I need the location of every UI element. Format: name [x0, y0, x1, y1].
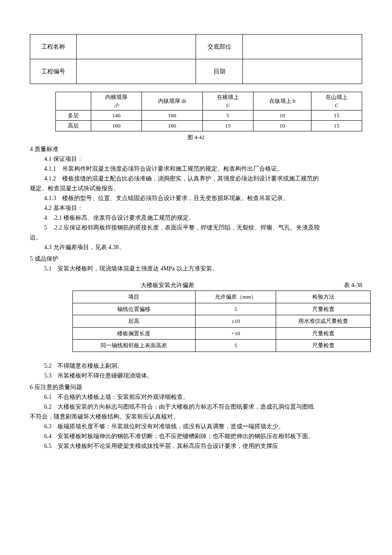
tol-r3-c0: 同一轴线相邻板上表面高差	[73, 340, 196, 352]
sec4-412b: 规定。检查混凝土试块试验报告。	[30, 184, 362, 193]
tol-r2-c1: +10	[195, 327, 276, 340]
sec6-64: 6.4 安装楼板时板端伸出的钢筋不准切断；也不应把键槽剔掉；也不能把伸出的钢筋压…	[30, 432, 362, 441]
table-row: 轴线位置偏移 5 尺量检查	[73, 303, 371, 315]
t1-head-c4-text: 在纵墙上 b	[269, 98, 296, 104]
sec6-62a: 6.2 大楼板安装的方向标志与图纸不符合：由于大楼板的方标志不符合图纸要求，造成…	[30, 402, 362, 411]
t1-r1-v4: 15	[311, 121, 362, 131]
table-row: 层高 ±10 用水准仪或尺量检查	[73, 315, 371, 328]
t1-r1-v2: 15	[202, 121, 253, 131]
header-value-date	[242, 59, 362, 84]
t1-head-c3: 在横墙上 U	[202, 92, 253, 110]
tol-r1-c0: 层高	[73, 315, 196, 328]
t1-head-blank	[56, 92, 91, 110]
tolerance-title: 大楼板安装允许偏差	[141, 281, 194, 290]
sec5-53: 5.3 吊装楼板时不得任意碰砸现浇墙体。	[30, 371, 362, 380]
tol-r1-c1: ±10	[195, 315, 276, 328]
tol-r2-c2: 尺量检查	[276, 327, 371, 340]
header-value-project-number	[77, 59, 196, 84]
sec5-52: 5.2 不得随意在楼板上剔洞。	[30, 361, 362, 370]
header-value-project-name	[77, 35, 196, 59]
tol-r3-c2: 尺量检查	[276, 340, 371, 352]
sec4-422a: 5 .2.2 应保证相邻两板焊接钢筋的搭接长度，表面应平整，焊缝无凹陷，无裂纹、…	[30, 223, 362, 232]
header-label-date: 日期	[196, 59, 242, 84]
table1-caption: 图 4-42	[30, 133, 362, 142]
t1-r1-v3: 10	[253, 121, 311, 131]
t1-r1-label: 高层	[56, 121, 91, 131]
t1-head-c5-l2: C	[314, 102, 359, 109]
sec4-title: 4 质量标准	[30, 145, 362, 154]
tol-r3-c1: 5	[195, 340, 276, 352]
t1-r1-v0: 160	[91, 121, 142, 131]
t1-r0-v3: 10	[253, 110, 311, 121]
sec4-43: 4.3 允许偏差项目，见表 4.38。	[30, 243, 362, 252]
tol-r0-c0: 轴线位置偏移	[73, 303, 196, 315]
header-label-project-name: 工程名称	[30, 35, 77, 59]
tolerance-block: 大楼板安装允许偏差 表 4-38 项目 允许偏差（mm） 检验方法 轴线位置偏移…	[72, 281, 371, 352]
sec4-421: 4 .2.1 楼板标高、坐浆符合设计要求及施工规范的规定。	[30, 213, 362, 222]
t1-r1-v1: 160	[141, 121, 202, 131]
t1-head-c1-l2: 小	[94, 102, 139, 109]
t1-head-c1: 内横墙厚 小	[91, 92, 142, 110]
tol-r0-c1: 5	[195, 303, 276, 315]
t1-r0-v0: 140	[91, 110, 142, 121]
tol-r2-c0: 楼板搁置长度	[73, 327, 196, 340]
t1-r0-v1: 160	[141, 110, 202, 121]
t1-r0-v2: 5	[202, 110, 253, 121]
sec6-63: 6.3 板端搭墙长度不够：吊装就位时没有对准墙线，或没有认真调整，造成一端搭墙太…	[30, 422, 362, 431]
header-value-location	[242, 35, 362, 59]
tolerance-table-number: 表 4-38	[344, 281, 362, 290]
t1-head-c5: 在山墙上 C	[311, 92, 362, 110]
section-6: 6 应注意的质量问题 6.1 不合格的大楼板上墙：安装前应对外观详细检查。 6.…	[30, 383, 362, 450]
t1-head-c5-l1: 在山墙上	[314, 93, 359, 102]
tol-r0-c2: 尺量检查	[276, 303, 371, 315]
header-label-project-number: 工程编号	[30, 59, 77, 84]
table-row: 高层 160 160 15 10 15	[56, 121, 362, 131]
table-row: 楼板搁置长度 +10 尺量检查	[73, 327, 371, 340]
sec6-61: 6.1 不合格的大楼板上墙：安装前应对外观详细检查。	[30, 392, 362, 401]
sec4-412a: 4.1.2 楼板接缝的混凝土配合比必须准确，浇捣密实，认真养护，其强度必须达到设…	[30, 174, 362, 183]
table-row: 同一轴线相邻板上表面高差 5 尺量检查	[73, 340, 371, 352]
sec6-62b: 不符合，随意剔凿破坏大楼板结构。安装前应认真核对。	[30, 412, 362, 421]
t1-head-c2-text: 内纵墙厚 di	[158, 98, 186, 104]
t1-r0-v4: 15	[311, 110, 362, 121]
section-5: 5 成品保护 5.1 安装大楼板时，现浇墙体混凝土强度达 4MPa 以上方准安装…	[30, 254, 362, 273]
t1-r0-label: 多层	[56, 110, 91, 121]
t1-head-c1-l1: 内横墙厚	[94, 93, 139, 102]
sec6-title: 6 应注意的质量问题	[30, 383, 362, 392]
table-row: 多层 140 160 5 10 15	[56, 110, 362, 121]
sec4-41: 4.1 保证项目：	[30, 154, 362, 163]
sec4-42: 4.2 基本项目：	[30, 203, 362, 212]
tolerance-table: 项目 允许偏差（mm） 检验方法 轴线位置偏移 5 尺量检查 层高 ±10 用水…	[72, 291, 371, 352]
sec4-411: 4.1.1 吊装构件时混凝土强度必须符合设计要求和施工规范的规定。检查构件出厂合…	[30, 164, 362, 173]
tol-head-1: 允许偏差（mm）	[195, 291, 276, 303]
sec5-title: 5 成品保护	[30, 254, 362, 263]
sec5-51: 5.1 安装大楼板时，现浇墙体混凝土强度达 4MPa 以上方准安装。	[30, 264, 362, 273]
t1-head-c4: 在纵墙上 b	[253, 92, 311, 110]
section-5b: 5.2 不得随意在楼板上剔洞。 5.3 吊装楼板时不得任意碰砸现浇墙体。	[30, 361, 362, 380]
header-table: 工程名称 交底部位 工程编号 日期	[30, 34, 362, 84]
t1-head-c3-l1: 在横墙上	[205, 93, 251, 102]
tol-r1-c2: 用水准仪或尺量检查	[276, 315, 371, 328]
t1-head-c3-l2: U	[205, 102, 251, 109]
tol-head-2: 检验方法	[276, 291, 371, 303]
sec4-422b: 边。	[30, 233, 362, 242]
sec6-65: 6.5 安装大楼板时不论采用硬架支模或抹找平层，其标高应符合设计要求，使用的支撑…	[30, 442, 362, 450]
header-label-location: 交底部位	[196, 35, 242, 59]
tol-head-0: 项目	[73, 291, 196, 303]
t1-head-c2: 内纵墙厚 di	[141, 92, 202, 110]
wall-thickness-table: 内横墙厚 小 内纵墙厚 di 在横墙上 U 在纵墙上 b 在山墙上 C 多层 1…	[55, 92, 362, 131]
section-4: 4 质量标准 4.1 保证项目： 4.1.1 吊装构件时混凝土强度必须符合设计要…	[30, 145, 362, 252]
sec4-413: 4.1.3 楼板的型号、位置、支点锚固必须符合设计要求，且无变形损坏现象。检查吊…	[30, 194, 362, 203]
